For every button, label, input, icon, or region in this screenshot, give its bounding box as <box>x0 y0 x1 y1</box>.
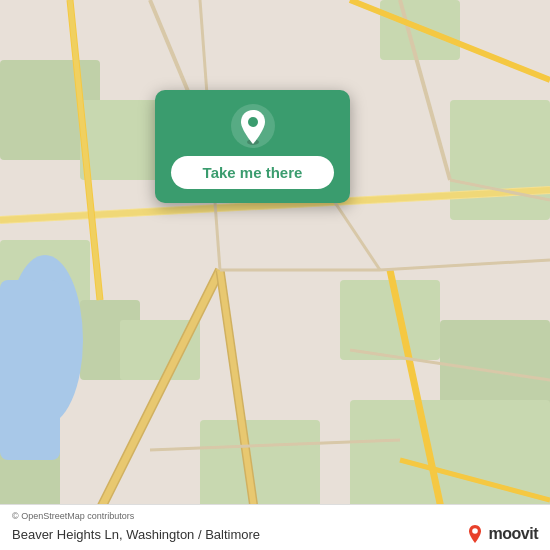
bottom-row: Beaver Heights Ln, Washington / Baltimor… <box>12 524 538 544</box>
take-me-there-button[interactable]: Take me there <box>171 156 334 189</box>
svg-rect-12 <box>80 100 160 180</box>
map-svg <box>0 0 550 550</box>
svg-point-38 <box>248 117 258 127</box>
bottom-bar: © OpenStreetMap contributors Beaver Heig… <box>0 504 550 550</box>
map-container: US 1 US 50 US 50 US 50 MD 450 DC 295 DC … <box>0 0 550 550</box>
map-pin-icon <box>231 104 275 148</box>
moovit-text: moovit <box>489 525 538 543</box>
moovit-pin-icon <box>465 524 485 544</box>
svg-rect-9 <box>450 100 550 220</box>
destination-card: Take me there <box>155 90 350 203</box>
svg-rect-15 <box>0 280 60 460</box>
copyright-text: © OpenStreetMap contributors <box>12 511 538 521</box>
location-label: Beaver Heights Ln, Washington / Baltimor… <box>12 527 260 542</box>
svg-rect-4 <box>340 280 440 360</box>
svg-point-39 <box>472 528 478 534</box>
moovit-logo: moovit <box>465 524 538 544</box>
